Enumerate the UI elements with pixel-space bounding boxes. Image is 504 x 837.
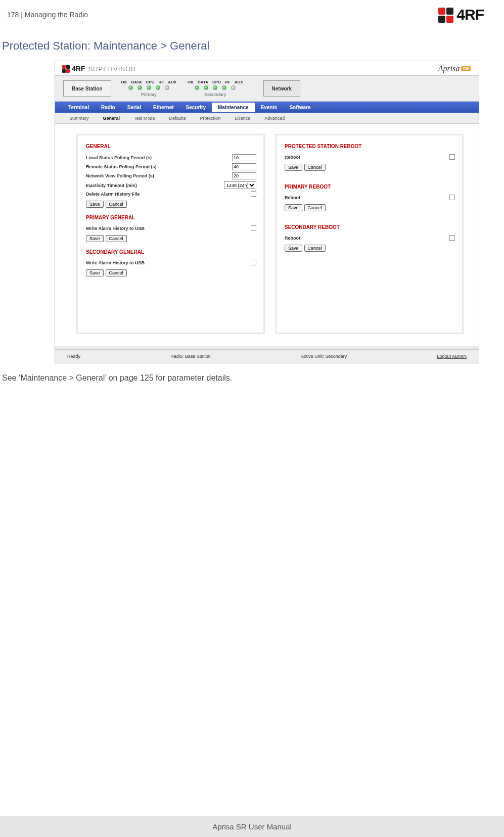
- led-icon: [138, 85, 142, 90]
- led-icon: [222, 85, 226, 90]
- sub-tabs: Summary General Test Mode Defaults Prote…: [55, 113, 479, 124]
- save-button[interactable]: Save: [285, 164, 302, 171]
- led-icon: [204, 85, 208, 90]
- section-protected-reboot-title: PROTECTED STATION REBOOT: [285, 144, 455, 149]
- checkbox-secondary-write-usb[interactable]: [251, 260, 256, 265]
- aprisa-sr-badge: SR: [461, 66, 471, 71]
- led-group-secondary: OK DATA CPU RF AUX Secondary: [185, 80, 246, 97]
- save-button[interactable]: Save: [86, 201, 104, 208]
- tab-security[interactable]: Security: [180, 103, 212, 112]
- tab-software[interactable]: Software: [283, 103, 316, 112]
- supervisor-brand: 4RF SUPERVISOR: [62, 65, 136, 73]
- aprisa-logo: Aprisa SR: [438, 64, 471, 73]
- input-remote-status[interactable]: [232, 163, 256, 170]
- aprisa-text: Aprisa: [438, 64, 460, 73]
- section-primary-reboot-title: PRIMARY REBOOT: [285, 184, 455, 190]
- subtab-advanced[interactable]: Advanced: [257, 114, 292, 123]
- cancel-button[interactable]: Cancel: [304, 204, 326, 211]
- input-local-status[interactable]: [232, 154, 256, 161]
- supervisor-4rf: 4RF: [72, 65, 85, 73]
- tab-base-station[interactable]: Base Station: [63, 80, 111, 97]
- tab-terminal[interactable]: Terminal: [62, 103, 95, 112]
- cancel-button[interactable]: Cancel: [106, 201, 127, 208]
- led-label: AUX: [235, 80, 243, 84]
- checkbox-primary-write-usb[interactable]: [251, 225, 256, 231]
- primary-label: Primary: [141, 92, 157, 97]
- led-icon: [213, 85, 217, 90]
- main-tabs: Terminal Radio Serial Ethernet Security …: [55, 102, 479, 113]
- secondary-label: Secondary: [204, 92, 226, 97]
- led-icon: [128, 85, 133, 90]
- label-primary-reboot: Reboot: [285, 195, 300, 200]
- save-button[interactable]: Save: [86, 269, 104, 276]
- page-footer: Aprisa SR User Manual: [0, 816, 504, 837]
- cancel-button[interactable]: Cancel: [106, 235, 127, 242]
- cancel-button[interactable]: Cancel: [304, 164, 326, 171]
- tab-maintenance[interactable]: Maintenance: [212, 103, 255, 112]
- led-label: RF: [159, 80, 164, 84]
- label-protected-reboot: Reboot: [285, 155, 300, 160]
- caption-text: See ‘Maintenance > General’ on page 125 …: [0, 363, 504, 383]
- logout-link[interactable]: Logout ADMIN: [437, 354, 467, 359]
- left-panel: GENERAL Local Status Polling Period (s) …: [76, 134, 265, 334]
- led-group-primary: OK DATA CPU RF AUX Primary: [118, 80, 179, 97]
- subtab-test-mode[interactable]: Test Mode: [127, 114, 162, 123]
- tab-network[interactable]: Network: [263, 80, 300, 97]
- header-left: 178 | Managing the Radio: [7, 11, 88, 19]
- supervisor-word: SUPERVISOR: [88, 65, 136, 73]
- save-button[interactable]: Save: [285, 204, 302, 211]
- led-label: CPU: [212, 80, 221, 84]
- save-button[interactable]: Save: [285, 245, 302, 252]
- led-icon: [165, 85, 169, 90]
- app-top-bar: 4RF SUPERVISOR Aprisa SR: [55, 61, 479, 75]
- mini-tiles-icon: [62, 65, 70, 73]
- status-radio: Radio: Base Station: [170, 354, 211, 359]
- subtab-licence[interactable]: Licence: [227, 114, 257, 123]
- brand-text: 4RF: [456, 6, 484, 23]
- brand-tiles-icon: [438, 8, 453, 23]
- led-icon: [231, 85, 236, 90]
- page-header: 178 | Managing the Radio 4RF: [0, 0, 504, 27]
- led-icon: [195, 85, 199, 90]
- subtab-protection[interactable]: Protection: [193, 114, 228, 123]
- cancel-button[interactable]: Cancel: [304, 245, 326, 252]
- brand-logo: 4RF: [438, 6, 484, 23]
- led-label: OK: [121, 80, 127, 84]
- subtab-summary[interactable]: Summary: [62, 114, 96, 123]
- input-netview[interactable]: [232, 172, 256, 179]
- led-label: AUX: [168, 80, 176, 84]
- status-row: Base Station OK DATA CPU RF AUX Primary …: [55, 75, 479, 102]
- subtab-general[interactable]: General: [96, 114, 127, 123]
- label-inactivity: Inactivity Timeout (min): [86, 183, 137, 188]
- tab-events[interactable]: Events: [255, 103, 284, 112]
- right-panel: PROTECTED STATION REBOOT Reboot Save Can…: [275, 134, 464, 334]
- tab-ethernet[interactable]: Ethernet: [147, 103, 180, 112]
- label-secondary-write-usb: Write Alarm History to USB: [86, 260, 145, 265]
- tab-serial[interactable]: Serial: [121, 103, 147, 112]
- subtab-defaults[interactable]: Defaults: [162, 114, 193, 123]
- led-label: DATA: [131, 80, 142, 84]
- sep: |: [21, 11, 25, 19]
- status-bar: Ready Radio: Base Station Active Unit: S…: [55, 349, 479, 363]
- section-general-title: GENERAL: [86, 144, 256, 149]
- led-label: RF: [225, 80, 231, 84]
- led-label: DATA: [198, 80, 208, 84]
- checkbox-secondary-reboot[interactable]: [449, 235, 455, 241]
- status-ready: Ready: [67, 354, 80, 359]
- save-button[interactable]: Save: [86, 235, 104, 242]
- cancel-button[interactable]: Cancel: [106, 269, 127, 276]
- section-primary-general-title: PRIMARY GENERAL: [86, 215, 256, 220]
- checkbox-protected-reboot[interactable]: [449, 154, 455, 160]
- checkbox-primary-reboot[interactable]: [449, 195, 455, 200]
- label-secondary-reboot: Reboot: [285, 236, 300, 241]
- tab-radio[interactable]: Radio: [95, 103, 121, 112]
- footer-text: Aprisa SR User Manual: [212, 822, 292, 831]
- section-secondary-general-title: SECONDARY GENERAL: [86, 249, 256, 255]
- checkbox-delete-alarm[interactable]: [251, 191, 256, 197]
- label-local-status: Local Status Polling Period (s): [86, 155, 152, 160]
- section-secondary-reboot-title: SECONDARY REBOOT: [285, 224, 455, 230]
- led-icon: [156, 85, 160, 90]
- select-inactivity[interactable]: 1440 (24h): [224, 181, 256, 189]
- label-remote-status: Remote Status Polling Period (s): [86, 164, 157, 169]
- led-label: CPU: [146, 80, 155, 84]
